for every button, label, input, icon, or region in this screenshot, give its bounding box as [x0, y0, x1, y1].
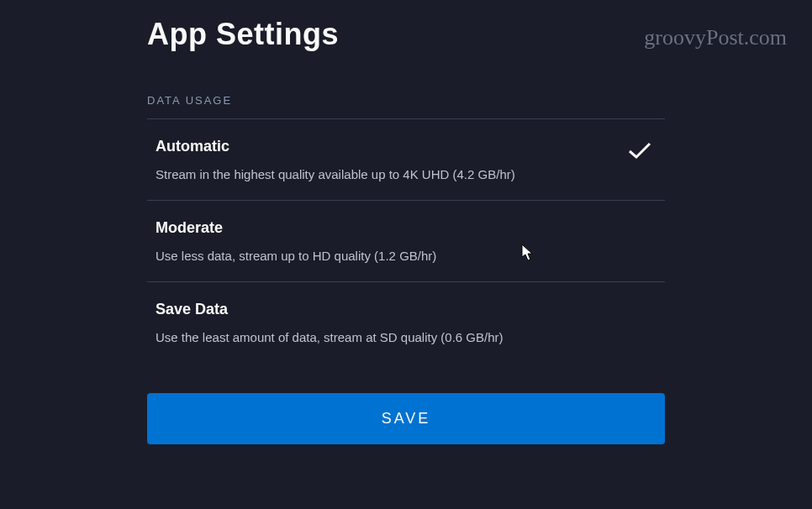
option-title: Save Data — [156, 301, 656, 318]
option-automatic[interactable]: Automatic Stream in the highest quality … — [147, 119, 665, 201]
option-save-data[interactable]: Save Data Use the least amount of data, … — [147, 282, 665, 363]
option-description: Stream in the highest quality available … — [156, 167, 628, 181]
option-description: Use less data, stream up to HD quality (… — [156, 249, 656, 263]
option-description: Use the least amount of data, stream at … — [156, 330, 656, 344]
option-title: Automatic — [156, 138, 628, 155]
watermark: groovyPost.com — [644, 25, 787, 50]
section-label-data-usage: DATA USAGE — [147, 94, 665, 119]
option-moderate[interactable]: Moderate Use less data, stream up to HD … — [147, 201, 665, 282]
page-title: App Settings — [147, 17, 665, 52]
option-title: Moderate — [156, 219, 656, 237]
checkmark-icon — [628, 141, 651, 163]
save-button[interactable]: SAVE — [147, 393, 665, 444]
